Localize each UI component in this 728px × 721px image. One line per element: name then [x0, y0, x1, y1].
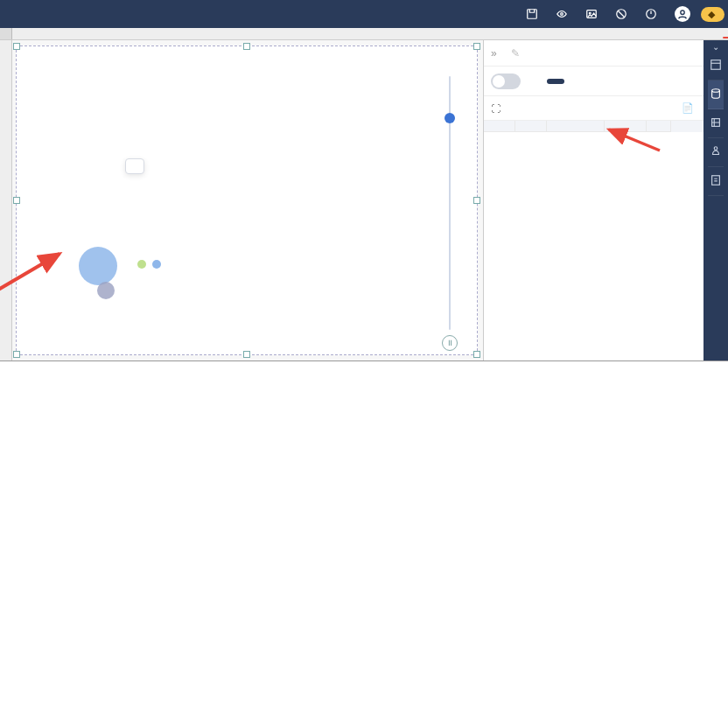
bubble[interactable] [137, 260, 146, 269]
data-table[interactable] [484, 121, 704, 360]
svg-point-6 [681, 10, 684, 14]
vertical-ruler [0, 40, 12, 360]
member-pill[interactable]: ◆ [701, 7, 724, 22]
pause-button[interactable]: ⏸ [442, 335, 458, 351]
simple-config-toggle[interactable] [491, 74, 521, 89]
avatar-icon [675, 6, 690, 22]
svg-rect-11 [712, 176, 720, 186]
bubble-china[interactable] [79, 247, 117, 285]
preview-action-button[interactable] [547, 79, 564, 84]
bubble-chart[interactable]: ⏸ [16, 46, 478, 355]
data-panel: » ✎ ⛶ 📄 [483, 40, 704, 360]
save-button[interactable] [519, 8, 549, 20]
edit-icon[interactable]: ✎ [511, 47, 520, 60]
preview-button[interactable] [549, 8, 578, 20]
table-header [484, 121, 704, 132]
diamond-icon: ◆ [708, 9, 715, 20]
upgrade-tag[interactable] [723, 37, 728, 38]
chevron-right-icon[interactable]: » [491, 47, 497, 60]
unpublish-button[interactable] [608, 8, 638, 20]
close-button[interactable] [638, 8, 668, 20]
svg-rect-7 [711, 60, 721, 70]
fullscreen-button[interactable]: ⛶ [491, 103, 500, 114]
side-tab-help[interactable] [708, 167, 724, 196]
svg-point-1 [561, 13, 564, 16]
canvas-area: ⏸ [0, 40, 483, 360]
svg-point-10 [714, 147, 718, 150]
ruler-corner [0, 28, 12, 40]
side-tab-events[interactable] [708, 109, 724, 138]
chart-tooltip [125, 158, 144, 174]
user-avatar[interactable] [668, 6, 701, 22]
svg-rect-0 [528, 10, 537, 19]
svg-point-3 [589, 12, 591, 14]
bubble[interactable] [152, 260, 161, 269]
horizontal-ruler [0, 28, 728, 40]
paste-excel-link[interactable]: 📄 [682, 102, 696, 114]
side-tab-alert[interactable] [708, 138, 724, 167]
svg-point-8 [712, 89, 720, 93]
year-slider-thumb[interactable] [444, 113, 455, 123]
bubble[interactable] [97, 282, 115, 299]
side-tab-data[interactable] [708, 80, 724, 109]
side-tab-props[interactable] [708, 52, 724, 80]
top-toolbar: ◆ [0, 0, 728, 28]
saveimg-button[interactable] [578, 8, 608, 20]
side-tab-bar: ⌄ [704, 40, 728, 360]
chevron-down-icon[interactable]: ⌄ [712, 40, 719, 52]
year-scale [398, 73, 433, 337]
